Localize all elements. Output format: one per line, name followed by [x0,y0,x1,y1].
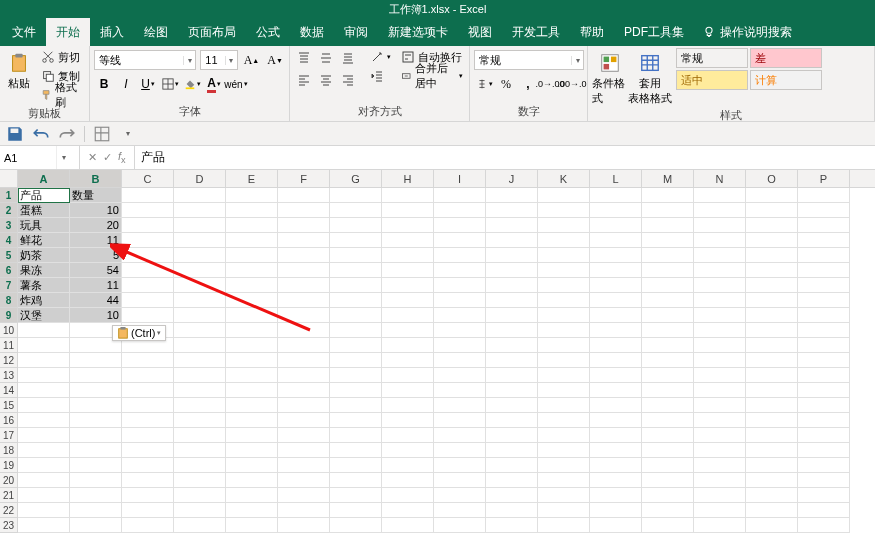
cell-N4[interactable] [694,233,746,248]
cell-L22[interactable] [590,503,642,518]
cell-B6[interactable]: 54 [70,263,122,278]
cell-P6[interactable] [798,263,850,278]
cell-A2[interactable]: 蛋糕 [18,203,70,218]
cell-J18[interactable] [486,443,538,458]
cell-B16[interactable] [70,413,122,428]
fx-button[interactable]: fx [118,150,126,165]
cell-O10[interactable] [746,323,798,338]
bold-button[interactable]: B [94,74,114,94]
cell-K18[interactable] [538,443,590,458]
cell-I14[interactable] [434,383,486,398]
cell-J15[interactable] [486,398,538,413]
qat-button-1[interactable] [93,125,111,143]
cell-O22[interactable] [746,503,798,518]
cell-J13[interactable] [486,368,538,383]
cell-B2[interactable]: 10 [70,203,122,218]
cell-J14[interactable] [486,383,538,398]
cell-L12[interactable] [590,353,642,368]
cell-H12[interactable] [382,353,434,368]
cell-M7[interactable] [642,278,694,293]
cell-J8[interactable] [486,293,538,308]
cell-style-calc[interactable]: 计算 [750,70,822,90]
cell-B20[interactable] [70,473,122,488]
cell-J10[interactable] [486,323,538,338]
cell-O23[interactable] [746,518,798,533]
cell-N5[interactable] [694,248,746,263]
cell-P2[interactable] [798,203,850,218]
cell-D8[interactable] [174,293,226,308]
cell-B19[interactable] [70,458,122,473]
cell-F14[interactable] [278,383,330,398]
cell-C6[interactable] [122,263,174,278]
percent-button[interactable]: % [496,74,516,94]
cell-M15[interactable] [642,398,694,413]
cell-D4[interactable] [174,233,226,248]
cell-P11[interactable] [798,338,850,353]
cell-N8[interactable] [694,293,746,308]
tab-developer[interactable]: 开发工具 [502,18,570,46]
cell-E13[interactable] [226,368,278,383]
cell-G21[interactable] [330,488,382,503]
cell-I5[interactable] [434,248,486,263]
cell-F3[interactable] [278,218,330,233]
cell-D7[interactable] [174,278,226,293]
row-header-11[interactable]: 11 [0,338,17,353]
cell-K9[interactable] [538,308,590,323]
cell-H18[interactable] [382,443,434,458]
enter-formula-button[interactable]: ✓ [103,151,112,164]
cell-K13[interactable] [538,368,590,383]
cell-K21[interactable] [538,488,590,503]
row-header-13[interactable]: 13 [0,368,17,383]
column-header-O[interactable]: O [746,170,798,187]
cell-C21[interactable] [122,488,174,503]
row-header-17[interactable]: 17 [0,428,17,443]
tab-data[interactable]: 数据 [290,18,334,46]
cell-C2[interactable] [122,203,174,218]
row-header-2[interactable]: 2 [0,203,17,218]
cell-I9[interactable] [434,308,486,323]
cell-I4[interactable] [434,233,486,248]
cell-I16[interactable] [434,413,486,428]
cell-M4[interactable] [642,233,694,248]
cell-O11[interactable] [746,338,798,353]
cell-O8[interactable] [746,293,798,308]
cell-A14[interactable] [18,383,70,398]
cell-H10[interactable] [382,323,434,338]
cell-O21[interactable] [746,488,798,503]
row-header-15[interactable]: 15 [0,398,17,413]
cell-H4[interactable] [382,233,434,248]
cell-I3[interactable] [434,218,486,233]
tab-page-layout[interactable]: 页面布局 [178,18,246,46]
cell-M23[interactable] [642,518,694,533]
cell-O2[interactable] [746,203,798,218]
cell-L19[interactable] [590,458,642,473]
cell-C22[interactable] [122,503,174,518]
cell-C9[interactable] [122,308,174,323]
cell-A15[interactable] [18,398,70,413]
worksheet-grid[interactable]: ABCDEFGHIJKLMNOP 12345678910111213141516… [0,170,875,535]
cell-M9[interactable] [642,308,694,323]
cell-C5[interactable] [122,248,174,263]
cell-J21[interactable] [486,488,538,503]
cell-F9[interactable] [278,308,330,323]
cell-O9[interactable] [746,308,798,323]
cell-E17[interactable] [226,428,278,443]
cell-G12[interactable] [330,353,382,368]
cell-E7[interactable] [226,278,278,293]
cell-G13[interactable] [330,368,382,383]
cell-H22[interactable] [382,503,434,518]
column-header-J[interactable]: J [486,170,538,187]
cell-M12[interactable] [642,353,694,368]
cell-H5[interactable] [382,248,434,263]
cancel-formula-button[interactable]: ✕ [88,151,97,164]
format-as-table-button[interactable]: 套用 表格格式 [632,48,668,106]
column-header-I[interactable]: I [434,170,486,187]
cell-P4[interactable] [798,233,850,248]
cell-L20[interactable] [590,473,642,488]
cell-D9[interactable] [174,308,226,323]
cell-D11[interactable] [174,338,226,353]
cell-J6[interactable] [486,263,538,278]
cell-P9[interactable] [798,308,850,323]
row-header-21[interactable]: 21 [0,488,17,503]
row-header-19[interactable]: 19 [0,458,17,473]
